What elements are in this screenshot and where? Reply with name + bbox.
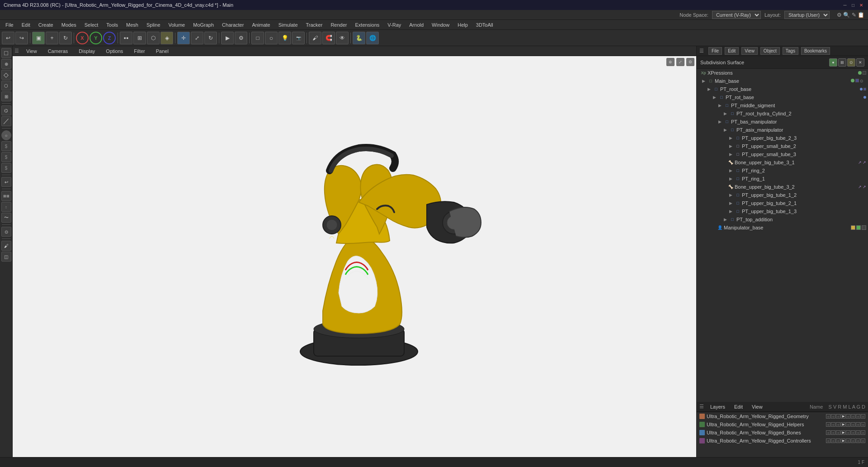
obj-item-pt-ubt21[interactable]: ▶ □ PT_upper_big_tube_2_1	[697, 199, 868, 207]
new-object-button[interactable]: +	[46, 32, 58, 44]
obj-item-manipulator-base[interactable]: 👤 Manipulator_base	[697, 224, 868, 232]
scale-tool-button[interactable]: ⤢	[191, 32, 203, 44]
world-button[interactable]: 🌐	[366, 32, 379, 44]
menu-volume[interactable]: Volume	[165, 21, 189, 29]
redo-button[interactable]: ↪	[15, 32, 28, 44]
undo-button[interactable]: ↩	[2, 32, 14, 44]
menu-extensions[interactable]: Extensions	[351, 21, 383, 29]
rotate-tool-button[interactable]: ↻	[204, 32, 217, 44]
menu-edit[interactable]: Edit	[18, 21, 34, 29]
vp-tab-panel[interactable]: Panel	[152, 48, 172, 55]
obj-item-bone-ubt31[interactable]: 🦴 Bone_upper_big_tube_3_1 ↗ ↗	[697, 158, 868, 167]
rp-tab-bookmarks[interactable]: Bookmarks	[801, 47, 830, 55]
obj-item-main-base[interactable]: ▶ □ Main_base ⊙	[697, 77, 868, 85]
model-mode-button[interactable]: ◈	[160, 32, 173, 44]
layer-bones[interactable]: Ultra_Robotic_Arm_Yellow_Rigged_Bones ○ …	[697, 429, 868, 437]
menu-character[interactable]: Character	[218, 21, 247, 29]
rp-tab-object[interactable]: Object	[760, 47, 780, 55]
z-axis-button[interactable]: Z	[103, 32, 116, 44]
left-tool-eraser[interactable]: ◫	[1, 252, 11, 262]
viewport-maximize-button[interactable]: ⤢	[676, 58, 684, 66]
obj-item-pt-rot-base[interactable]: ▶ □ PT_rot_base	[697, 93, 868, 101]
menu-modes[interactable]: Modes	[58, 21, 80, 29]
menu-window[interactable]: Window	[428, 21, 453, 29]
obj-item-pt-top[interactable]: ▶ □ PT_top_addition	[697, 215, 868, 224]
left-tool-6[interactable]: ⌬	[1, 105, 11, 115]
menu-select[interactable]: Select	[81, 21, 102, 29]
vp-tab-cameras[interactable]: Cameras	[44, 48, 72, 55]
obj-close-btn[interactable]: ✕	[856, 58, 864, 67]
menu-spline[interactable]: Spline	[143, 21, 164, 29]
viewport-fit-button[interactable]: ⊕	[666, 58, 675, 66]
sphere-object-button[interactable]: ○	[265, 32, 278, 44]
left-tool-3[interactable]: ◇	[1, 70, 11, 80]
left-tool-dollar3[interactable]: $	[1, 163, 11, 173]
left-tool-paint[interactable]: 🖌	[1, 241, 11, 251]
layer-geometry[interactable]: Ultra_Robotic_Arm_Yellow_Rigged_Geometry…	[697, 412, 868, 420]
minimize-button[interactable]: ─	[842, 2, 848, 8]
obj-item-pt-hydra[interactable]: ▶ □ PT_root_hydra_Cylind_2	[697, 110, 868, 118]
menu-render[interactable]: Render	[327, 21, 350, 29]
menu-vray[interactable]: V-Ray	[384, 21, 405, 29]
rp-tab-tags[interactable]: Tags	[783, 47, 798, 55]
rp-tab-edit[interactable]: Edit	[725, 47, 739, 55]
camera-object-button[interactable]: 📷	[292, 32, 305, 44]
left-tool-wave[interactable]: 〜	[1, 213, 11, 223]
left-tool-target[interactable]: ⊙	[1, 227, 11, 237]
layers-tab[interactable]: Layers	[708, 403, 728, 410]
obj-expand-btn[interactable]: ⊞	[838, 58, 846, 67]
menu-arnold[interactable]: Arnold	[406, 21, 427, 29]
python-button[interactable]: 🐍	[353, 32, 365, 44]
light-object-button[interactable]: 💡	[278, 32, 291, 44]
left-tool-checker[interactable]: ⊞⊞	[1, 191, 11, 201]
menu-simulate[interactable]: Simulate	[275, 21, 302, 29]
obj-item-pt-upper-small-3[interactable]: ▶ □ PT_upper_small_tube_3	[697, 150, 868, 158]
obj-item-pt-ring-2[interactable]: ▶ □ PT_ring_2	[697, 167, 868, 175]
menu-animate[interactable]: Animate	[248, 21, 274, 29]
left-tool-dollar2[interactable]: $	[1, 152, 11, 162]
menu-create[interactable]: Create	[35, 21, 57, 29]
left-tool-2[interactable]: ⊕	[1, 59, 11, 69]
obj-tag-btn[interactable]: ⊙	[847, 58, 855, 67]
left-tool-4[interactable]: ⬡	[1, 81, 11, 91]
left-tool-1[interactable]: □	[1, 48, 11, 58]
render-settings-button[interactable]: ⚙	[235, 32, 247, 44]
viewport-settings-button[interactable]: ⚙	[686, 58, 694, 66]
nodespace-select[interactable]: Current (V-Ray)	[712, 11, 761, 19]
obj-item-pt-upper-small-2[interactable]: ▶ □ PT_upper_small_tube_2	[697, 142, 868, 150]
maximize-button[interactable]: □	[850, 2, 856, 8]
obj-item-pt-ubt12[interactable]: ▶ □ PT_upper_big_tube_1_2	[697, 191, 868, 199]
viewport[interactable]: ⊕ ⤢ ⚙	[13, 56, 696, 457]
render-button[interactable]: ▶	[221, 32, 234, 44]
eye-button[interactable]: 👁	[336, 32, 349, 44]
obj-item-xpressions[interactable]: Xp XPressions	[697, 69, 868, 77]
y-axis-button[interactable]: Y	[90, 32, 102, 44]
menu-help[interactable]: Help	[454, 21, 472, 29]
obj-item-pt-ring-1[interactable]: ▶ □ PT_ring_1	[697, 175, 868, 183]
left-tool-5[interactable]: ⊞	[1, 91, 11, 101]
vp-tab-filter[interactable]: Filter	[130, 48, 148, 55]
magnet-tool-button[interactable]: 🧲	[322, 32, 335, 44]
left-tool-7[interactable]: ／	[1, 116, 11, 126]
layer-helpers[interactable]: Ultra_Robotic_Arm_Yellow_Rigged_Helpers …	[697, 420, 868, 429]
edges-mode-button[interactable]: ⊞	[133, 32, 146, 44]
vp-tab-options[interactable]: Options	[102, 48, 127, 55]
x-axis-button[interactable]: X	[76, 32, 89, 44]
obj-item-pt-bas-manip[interactable]: ▶ □ PT_bas_manipulator	[697, 118, 868, 126]
menu-mesh[interactable]: Mesh	[123, 21, 142, 29]
left-tool-hook[interactable]: ↩	[1, 177, 11, 187]
obj-item-bone-ubt32[interactable]: 🦴 Bone_upper_big_tube_3_2 ↗ ↗	[697, 183, 868, 191]
obj-green-dot[interactable]: ●	[829, 58, 837, 67]
paint-tool-button[interactable]: 🖌	[309, 32, 321, 44]
layout-select[interactable]: Startup (User)	[784, 11, 830, 19]
cube-object-button[interactable]: □	[251, 32, 264, 44]
move-tool-button[interactable]: ✛	[177, 32, 190, 44]
menu-tracker[interactable]: Tracker	[302, 21, 326, 29]
render-preview-button[interactable]: ↻	[59, 32, 72, 44]
obj-item-pt-asix[interactable]: ▶ □ PT_asix_manipulator	[697, 126, 868, 134]
vp-tab-view[interactable]: View	[23, 48, 41, 55]
obj-item-pt-root-base[interactable]: ▶ □ PT_root_base	[697, 85, 868, 93]
polygons-mode-button[interactable]: ⬡	[147, 32, 160, 44]
left-tool-circle[interactable]: ○	[1, 130, 11, 140]
layers-edit-tab[interactable]: Edit	[731, 403, 745, 410]
